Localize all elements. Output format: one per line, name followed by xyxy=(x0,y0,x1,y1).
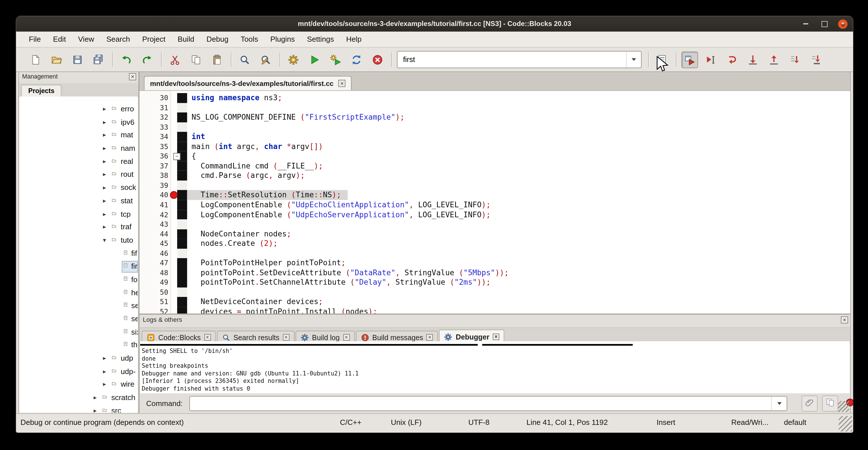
run-button[interactable] xyxy=(306,51,323,68)
new-file-button[interactable] xyxy=(27,51,44,68)
tree-item-ipv6[interactable]: ▸ipv6 xyxy=(20,116,138,129)
menu-project[interactable]: Project xyxy=(136,32,172,47)
tree-item-fif[interactable]: fif xyxy=(20,247,138,261)
code-line[interactable]: 47 PointToPointHelper pointToPoint; xyxy=(140,259,850,268)
tree-item-se[interactable]: se xyxy=(20,300,138,313)
load-script-button[interactable] xyxy=(802,395,817,411)
search-dropdown-button[interactable] xyxy=(626,51,641,67)
code-editor[interactable]: 30using namespace ns3;3132NS_LOG_COMPONE… xyxy=(139,90,851,314)
code-line[interactable]: 32NS_LOG_COMPONENT_DEFINE ("FirstScriptE… xyxy=(140,113,850,122)
step-into-instruction-button[interactable] xyxy=(808,51,824,68)
menu-build[interactable]: Build xyxy=(172,32,200,47)
redo-button[interactable] xyxy=(139,51,156,68)
tree-item-udp[interactable]: ▸udp xyxy=(20,352,138,365)
tree-item-tcp[interactable]: ▸tcp xyxy=(20,208,138,221)
chevron-collapsed-icon[interactable]: ▸ xyxy=(103,184,106,191)
menu-debug[interactable]: Debug xyxy=(200,32,235,47)
tree-item-traf[interactable]: ▸traf xyxy=(20,221,138,234)
menu-help[interactable]: Help xyxy=(340,32,368,47)
tree-item-mat[interactable]: ▸mat xyxy=(20,129,138,143)
code-line[interactable]: 49 pointToPoint.SetChannelAttribute ("De… xyxy=(140,278,850,288)
tree-item-rout[interactable]: ▸rout xyxy=(20,169,138,182)
tree-item-erro[interactable]: ▸erro xyxy=(20,103,138,116)
incremental-search-input[interactable] xyxy=(398,55,626,64)
chevron-collapsed-icon[interactable]: ▸ xyxy=(94,394,97,401)
chevron-collapsed-icon[interactable]: ▸ xyxy=(103,368,106,375)
code-line[interactable]: 30using namespace ns3; xyxy=(140,93,850,103)
chevron-expanded-icon[interactable]: ▾ xyxy=(103,236,106,244)
code-line[interactable]: 45 nodes.Create (2); xyxy=(140,239,850,249)
menu-settings[interactable]: Settings xyxy=(301,32,340,47)
tab-close-icon[interactable]: × xyxy=(493,333,499,340)
copy-log-button[interactable] xyxy=(822,395,838,411)
minimize-button[interactable] xyxy=(800,19,810,29)
maximize-button[interactable] xyxy=(819,19,829,29)
code-line[interactable]: 51 NetDeviceContainer devices; xyxy=(140,297,850,307)
code-line[interactable]: 40 Time::SetResolution (Time::NS); xyxy=(140,190,850,200)
tree-item-scratch[interactable]: ▸scratch xyxy=(20,392,138,405)
tab-close-icon[interactable]: × xyxy=(283,334,289,341)
next-line-button[interactable] xyxy=(724,51,740,68)
tree-item-th[interactable]: th xyxy=(20,339,138,352)
chevron-collapsed-icon[interactable]: ▸ xyxy=(103,145,106,152)
menu-plugins[interactable]: Plugins xyxy=(264,32,301,47)
chevron-collapsed-icon[interactable]: ▸ xyxy=(103,171,106,178)
command-input[interactable] xyxy=(190,396,774,410)
tab-projects[interactable]: Projects xyxy=(21,85,62,96)
debugger-log[interactable]: Setting SHELL to '/bin/sh'doneSetting br… xyxy=(140,341,850,393)
code-line[interactable]: 37 CommandLine cmd (__FILE__); xyxy=(140,161,850,171)
editor-tab[interactable]: mnt/dev/tools/source/ns-3-dev/examples/t… xyxy=(144,76,351,90)
chevron-collapsed-icon[interactable]: ▸ xyxy=(103,119,106,126)
tree-item-stat[interactable]: ▸stat xyxy=(20,195,138,208)
paste-button[interactable] xyxy=(209,51,225,68)
chevron-collapsed-icon[interactable]: ▸ xyxy=(103,355,106,362)
code-line[interactable]: 46 xyxy=(140,249,850,259)
tree-item-wire[interactable]: ▸wire xyxy=(20,379,138,392)
chevron-collapsed-icon[interactable]: ▸ xyxy=(103,210,106,217)
code-line[interactable]: 50 xyxy=(140,288,850,297)
tab-close-icon[interactable]: × xyxy=(204,334,211,341)
code-line[interactable]: 35main (int argc, char *argv[]) xyxy=(140,142,850,151)
code-line[interactable]: 52 devices = pointToPoint.Install (nodes… xyxy=(140,307,850,314)
next-instruction-button[interactable] xyxy=(787,51,803,68)
code-line[interactable]: 44 NodeContainer nodes; xyxy=(140,229,850,239)
tree-item-six[interactable]: six xyxy=(20,326,138,339)
tree-item-udp-[interactable]: ▸udp- xyxy=(20,365,138,379)
breakpoint-marker[interactable] xyxy=(170,191,178,199)
step-out-button[interactable] xyxy=(766,51,782,68)
tab-close-icon[interactable]: × xyxy=(427,334,433,341)
logs-resize-grip[interactable] xyxy=(838,401,849,412)
tree-item-fo[interactable]: fo xyxy=(20,274,138,287)
debug-continue-button[interactable] xyxy=(681,51,698,68)
undo-button[interactable] xyxy=(118,51,134,68)
copy-button[interactable] xyxy=(188,51,204,68)
menu-view[interactable]: View xyxy=(72,32,100,47)
code-line[interactable]: 36{ xyxy=(140,151,850,161)
cut-button[interactable] xyxy=(167,51,183,68)
chevron-collapsed-icon[interactable]: ▸ xyxy=(103,132,106,139)
replace-button[interactable] xyxy=(257,51,274,68)
tree-item-src[interactable]: ▸src xyxy=(20,405,138,413)
resize-grip[interactable] xyxy=(839,416,852,431)
code-line[interactable]: 43 xyxy=(140,219,850,229)
command-dropdown-button[interactable] xyxy=(771,396,787,410)
tree-item-se[interactable]: se xyxy=(20,313,138,326)
editor-tab-close-icon[interactable]: × xyxy=(338,80,345,87)
code-line[interactable]: 33 xyxy=(140,122,850,132)
save-file-button[interactable] xyxy=(69,51,86,68)
find-button[interactable] xyxy=(236,51,253,68)
tree-item-he[interactable]: he xyxy=(20,287,138,300)
tree-item-tuto[interactable]: ▾tuto xyxy=(20,234,138,247)
build-and-run-button[interactable] xyxy=(327,51,344,68)
tab-close-icon[interactable]: × xyxy=(343,334,349,341)
titlebar[interactable]: mnt/dev/tools/source/ns-3-dev/examples/t… xyxy=(16,16,853,31)
menu-file[interactable]: File xyxy=(23,32,47,47)
fold-marker[interactable]: − xyxy=(173,153,180,160)
tree-item-sock[interactable]: ▸sock xyxy=(20,182,138,195)
tree-item-fir[interactable]: fir xyxy=(20,261,138,274)
code-line[interactable]: 31 xyxy=(140,103,850,113)
chevron-collapsed-icon[interactable]: ▸ xyxy=(103,106,106,113)
code-line[interactable]: 42 LogComponentEnable ("UdpEchoServerApp… xyxy=(140,210,850,219)
menu-edit[interactable]: Edit xyxy=(47,32,72,47)
management-close-icon[interactable]: × xyxy=(129,73,136,80)
